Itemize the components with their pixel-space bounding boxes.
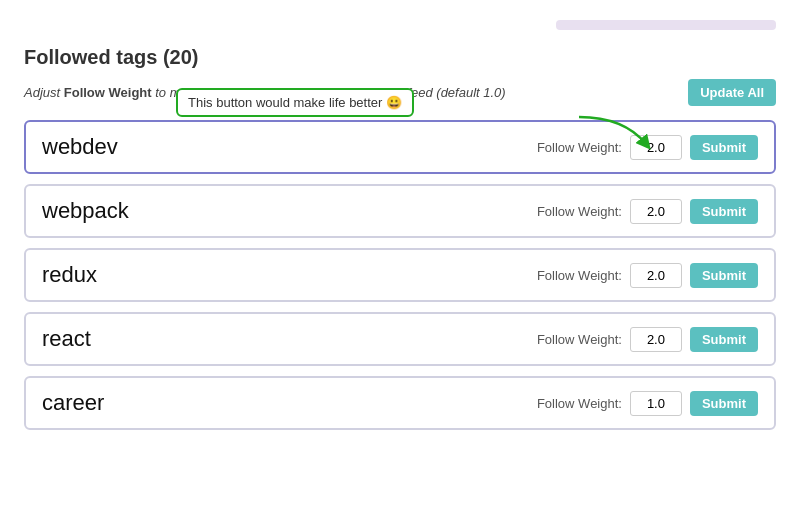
follow-weight-label: Follow Weight: xyxy=(537,204,622,219)
submit-button[interactable]: Submit xyxy=(690,327,758,352)
tag-name: career xyxy=(42,390,104,416)
submit-button[interactable]: Submit xyxy=(690,199,758,224)
tags-list: This button would make life better 😀 web… xyxy=(24,120,776,430)
tag-controls: Follow Weight:Submit xyxy=(537,199,758,224)
tag-name: webpack xyxy=(42,198,129,224)
follow-weight-input[interactable] xyxy=(630,391,682,416)
submit-button[interactable]: Submit xyxy=(690,391,758,416)
follow-weight-input[interactable] xyxy=(630,327,682,352)
follow-weight-label: Follow Weight: xyxy=(537,268,622,283)
tooltip-bubble: This button would make life better 😀 xyxy=(176,88,414,117)
follow-weight-label: Follow Weight: xyxy=(537,396,622,411)
submit-button[interactable]: Submit xyxy=(690,135,758,160)
follow-weight-input[interactable] xyxy=(630,199,682,224)
tag-name: react xyxy=(42,326,91,352)
tooltip-arrow xyxy=(574,112,654,156)
follow-weight-label: Follow Weight: xyxy=(537,332,622,347)
tag-row: reactFollow Weight:Submit xyxy=(24,312,776,366)
tag-controls: Follow Weight:Submit xyxy=(537,391,758,416)
follow-weight-input[interactable] xyxy=(630,263,682,288)
tag-controls: Follow Weight:Submit xyxy=(537,263,758,288)
top-partial-bar xyxy=(556,20,776,30)
section-title: Followed tags (20) xyxy=(24,46,776,69)
tag-row: This button would make life better 😀 web… xyxy=(24,120,776,174)
tag-row: careerFollow Weight:Submit xyxy=(24,376,776,430)
tag-row: webpackFollow Weight:Submit xyxy=(24,184,776,238)
tag-row: reduxFollow Weight:Submit xyxy=(24,248,776,302)
tag-controls: Follow Weight:Submit xyxy=(537,327,758,352)
submit-button[interactable]: Submit xyxy=(690,263,758,288)
update-all-button[interactable]: Update All xyxy=(688,79,776,106)
tag-name: webdev xyxy=(42,134,118,160)
tag-name: redux xyxy=(42,262,97,288)
